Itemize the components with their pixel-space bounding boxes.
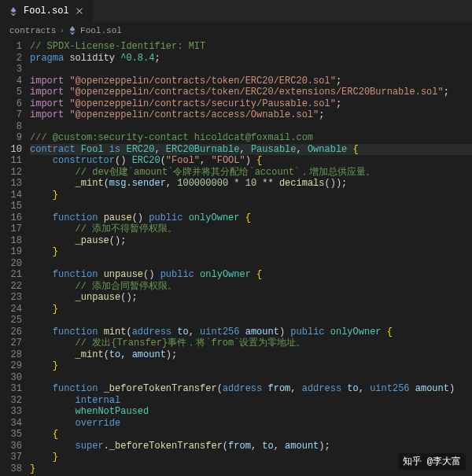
line-number: 4 [0,76,22,87]
code-line[interactable] [30,64,472,76]
code-line[interactable]: } [30,360,472,372]
line-number: 22 [0,281,22,293]
watermark: 知乎 @李大富 [398,453,466,470]
code-line[interactable] [30,372,472,384]
line-number: 6 [0,98,22,110]
code-line[interactable] [30,315,472,327]
code-line[interactable]: { [30,429,472,441]
line-number: 24 [0,304,22,315]
code-line[interactable] [30,201,472,212]
code-line[interactable]: override [30,418,472,430]
code-line[interactable]: pragma solidity ^0.8.4; [30,53,472,65]
chevron-right-icon: › [59,26,65,35]
code-line[interactable]: constructor() ERC20("Fool", "FOOL") { [30,155,472,167]
line-number: 11 [0,155,22,167]
line-number: 14 [0,190,22,201]
line-number: 19 [0,246,22,258]
line-number: 9 [0,132,22,144]
line-number: 20 [0,258,22,270]
line-number: 16 [0,212,22,224]
code-line[interactable]: internal [30,395,472,407]
code-line[interactable]: _unpause(); [30,292,472,304]
code-line[interactable]: contract Fool is ERC20, ERC20Burnable, P… [30,144,472,156]
line-number: 33 [0,406,22,418]
code-line[interactable]: function pause() public onlyOwner { [30,212,472,224]
line-number: 23 [0,292,22,304]
line-number: 17 [0,223,22,235]
code-line[interactable]: // dev创建`amount`令牌并将其分配给`account`，增加总供应量… [30,167,472,179]
line-gutter: 1234567891011121314151617181920212223242… [0,39,30,476]
code-line[interactable]: _pause(); [30,235,472,247]
line-number: 3 [0,64,22,76]
code-line[interactable]: function mint(address to, uint256 amount… [30,327,472,338]
line-number: 10 [0,144,22,156]
line-number: 26 [0,327,22,338]
line-number: 8 [0,121,22,133]
code-line[interactable]: } [30,190,472,201]
code-line[interactable]: // 添加不得暂停权限。 [30,223,472,235]
code-line[interactable] [30,121,472,133]
code-line[interactable]: // 发出{Transfer}事件，将`from`设置为零地址。 [30,338,472,349]
tab-filename: Fool.sol [24,6,69,17]
code-line[interactable] [30,258,472,270]
breadcrumb-folder[interactable]: contracts [9,26,56,35]
line-number: 31 [0,383,22,395]
line-number: 37 [0,452,22,463]
line-number: 5 [0,87,22,98]
line-number: 36 [0,441,22,452]
code-line[interactable]: whenNotPaused [30,406,472,418]
line-number: 18 [0,235,22,247]
line-number: 29 [0,360,22,372]
solidity-file-icon [8,6,19,17]
line-number: 35 [0,429,22,441]
line-number: 27 [0,338,22,349]
code-line[interactable]: import "@openzeppelin/contracts/token/ER… [30,76,472,87]
line-number: 34 [0,418,22,430]
code-line[interactable]: } [30,304,472,315]
breadcrumb[interactable]: contracts › Fool.sol [0,22,472,39]
line-number: 28 [0,349,22,361]
line-number: 12 [0,167,22,179]
code-line[interactable]: import "@openzeppelin/contracts/token/ER… [30,87,472,98]
code-line[interactable]: import "@openzeppelin/contracts/security… [30,98,472,110]
code-line[interactable]: function _beforeTokenTransfer(address fr… [30,383,472,395]
code-editor[interactable]: 1234567891011121314151617181920212223242… [0,39,472,476]
editor-tab-bar: Fool.sol [0,0,472,22]
file-tab[interactable]: Fool.sol [0,0,94,22]
close-icon[interactable] [74,6,85,17]
code-line[interactable]: } [30,246,472,258]
code-area[interactable]: // SPDX-License-Identifier: MITpragma so… [30,39,472,476]
code-line[interactable]: import "@openzeppelin/contracts/access/O… [30,109,472,121]
line-number: 7 [0,109,22,121]
code-line[interactable]: function unpause() public onlyOwner { [30,269,472,281]
line-number: 25 [0,315,22,327]
line-number: 15 [0,201,22,212]
line-number: 21 [0,269,22,281]
code-line[interactable]: /// @custom:security-contact hicoldcat@f… [30,132,472,144]
line-number: 32 [0,395,22,407]
line-number: 38 [0,463,22,475]
code-line[interactable]: // 添加合同暂停权限。 [30,281,472,293]
line-number: 1 [0,41,22,53]
line-number: 30 [0,372,22,384]
solidity-file-icon [68,25,77,37]
code-line[interactable]: super._beforeTokenTransfer(from, to, amo… [30,441,472,452]
code-line[interactable]: _mint(msg.sender, 100000000 * 10 ** deci… [30,178,472,190]
line-number: 13 [0,178,22,190]
line-number: 2 [0,53,22,65]
code-line[interactable]: // SPDX-License-Identifier: MIT [30,41,472,53]
code-line[interactable]: _mint(to, amount); [30,349,472,361]
breadcrumb-file[interactable]: Fool.sol [80,26,122,35]
